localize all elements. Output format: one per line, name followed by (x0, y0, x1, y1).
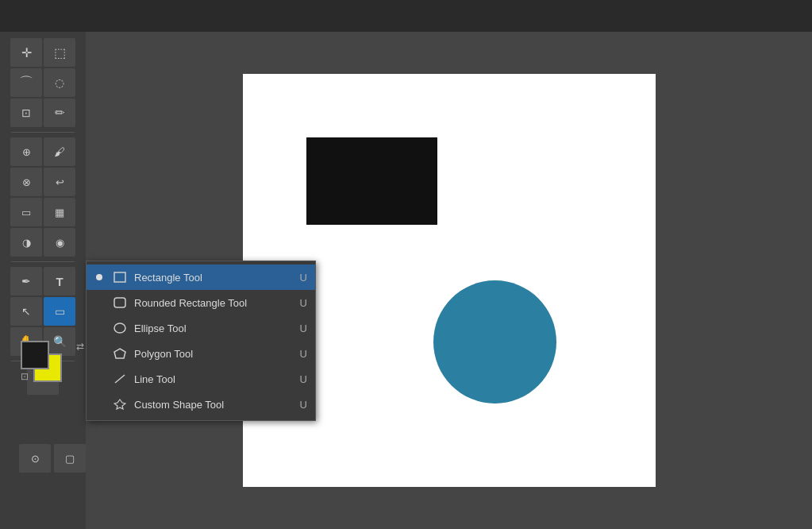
rectangle-tool-icon (112, 269, 128, 285)
history-brush-btn[interactable]: ↩ (44, 168, 75, 196)
custom-shape-tool-icon (112, 396, 128, 412)
rectangle-tool-label: Rectangle Tool (134, 272, 294, 284)
polygon-tool-shortcut: U (300, 348, 307, 360)
line-tool-label: Line Tool (134, 373, 294, 385)
active-indicator-ellipse (94, 323, 104, 333)
svg-point-0 (96, 274, 102, 280)
active-indicator-rounded-rect (94, 298, 104, 307)
svg-rect-1 (114, 272, 125, 282)
active-indicator-rectangle (94, 272, 104, 282)
ellipse-tool-shortcut: U (300, 322, 307, 334)
menu-item-rounded-rectangle[interactable]: Rounded Rectangle Tool U (87, 290, 315, 315)
top-bar (0, 0, 812, 32)
active-indicator-line (94, 374, 104, 384)
rectangle-tool-shortcut: U (300, 272, 307, 284)
svg-rect-2 (114, 298, 125, 307)
polygon-tool-label: Polygon Tool (134, 348, 294, 360)
menu-item-rectangle[interactable]: Rectangle Tool U (87, 264, 315, 290)
shape-tool-context-menu: Rectangle Tool U Rounded Rectangle Tool … (86, 261, 316, 421)
ellipse-tool-label: Ellipse Tool (134, 322, 294, 334)
tool-row-4: ⊕ 🖌 (10, 137, 75, 166)
menu-item-line[interactable]: Line Tool U (87, 366, 315, 392)
rounded-rectangle-tool-icon (112, 295, 128, 311)
tool-row-6: ▭ ▦ (10, 198, 75, 226)
blur-btn[interactable]: ◉ (44, 228, 75, 257)
black-rectangle-shape (306, 137, 437, 225)
menu-item-polygon[interactable]: Polygon Tool U (87, 341, 315, 366)
foreground-color-swatch[interactable] (21, 341, 49, 369)
tool-row-2: ⌒ ◌ (10, 68, 75, 97)
eyedropper-btn[interactable]: ✏ (44, 98, 75, 127)
spot-heal-btn[interactable]: ⊕ (10, 137, 42, 166)
stamp-btn[interactable]: ⊗ (10, 168, 42, 196)
tool-row-3: ⊡ ✏ (10, 98, 75, 127)
shape-tool-btn[interactable]: ▭ (44, 297, 75, 326)
swap-colors-icon[interactable]: ⇄ (76, 341, 84, 352)
svg-point-3 (114, 323, 125, 333)
rounded-rectangle-tool-label: Rounded Rectangle Tool (134, 297, 294, 309)
ellipse-marquee-btn[interactable]: ◌ (44, 68, 75, 97)
eraser-btn[interactable]: ▭ (10, 198, 42, 226)
separator-1 (11, 132, 75, 133)
line-tool-shortcut: U (300, 373, 307, 385)
type-btn[interactable]: T (44, 267, 75, 295)
marquee-rect-tool-btn[interactable]: ⬚ (44, 38, 75, 67)
separator-2 (11, 261, 75, 262)
svg-line-5 (115, 375, 125, 383)
toolbar: ✛ ⬚ ⌒ ◌ ⊡ ✏ ⊕ 🖌 ⊗ ↩ ▭ ▦ ◑ ◉ ✒ T ↖ ▭ ✋ (0, 32, 86, 529)
custom-shape-tool-shortcut: U (300, 399, 307, 411)
menu-item-ellipse[interactable]: Ellipse Tool U (87, 315, 315, 341)
tool-row-1: ✛ ⬚ (10, 38, 75, 67)
line-tool-icon (112, 371, 128, 387)
quick-mask-btn[interactable]: ⊙ (19, 444, 51, 473)
blue-ellipse-shape (433, 280, 556, 404)
tool-row-8: ✒ T (10, 267, 75, 295)
polygon-tool-icon (112, 346, 128, 361)
brush-btn[interactable]: 🖌 (44, 137, 75, 166)
dodge-btn[interactable]: ◑ (10, 228, 42, 257)
lasso-tool-btn[interactable]: ⌒ (10, 68, 42, 97)
tool-row-5: ⊗ ↩ (10, 168, 75, 196)
tool-row-7: ◑ ◉ (10, 228, 75, 257)
gradient-btn[interactable]: ▦ (44, 198, 75, 226)
active-indicator-polygon (94, 349, 104, 358)
svg-marker-4 (114, 349, 125, 358)
rounded-rectangle-tool-shortcut: U (300, 297, 307, 309)
move-tool-btn[interactable]: ✛ (10, 38, 42, 67)
crop-tool-btn[interactable]: ⊡ (10, 98, 42, 127)
active-indicator-custom-shape (94, 400, 104, 409)
path-select-btn[interactable]: ↖ (10, 297, 42, 326)
reset-colors-icon[interactable]: ⊡ (21, 371, 29, 390)
color-swatches: ⊡ ⇄ (21, 341, 84, 388)
screen-mode-btn[interactable]: ▢ (54, 444, 86, 473)
tool-row-9: ↖ ▭ (10, 297, 75, 326)
menu-item-custom-shape[interactable]: Custom Shape Tool U (87, 392, 315, 417)
ellipse-tool-icon (112, 320, 128, 336)
pen-btn[interactable]: ✒ (10, 267, 42, 295)
custom-shape-tool-label: Custom Shape Tool (134, 399, 294, 411)
toolbar-bottom: ⊙ ▢ (19, 444, 86, 473)
